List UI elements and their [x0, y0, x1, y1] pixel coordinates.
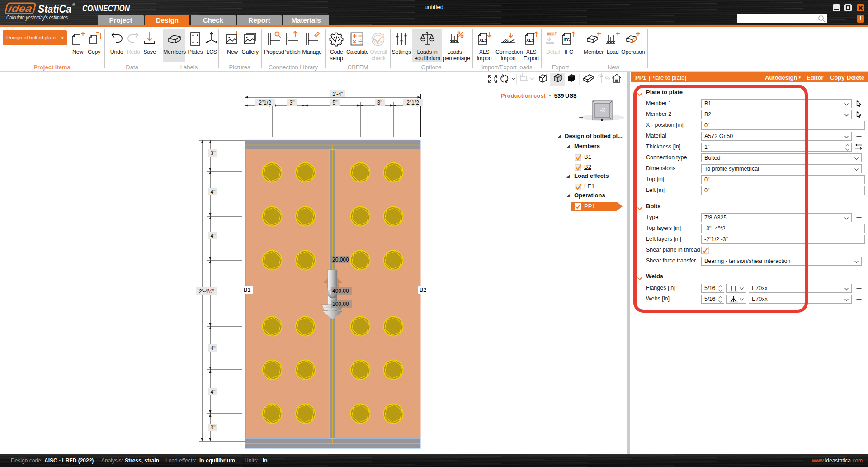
svg-text:2"1/2: 2"1/2: [259, 100, 271, 106]
svg-text:400.00: 400.00: [332, 288, 349, 294]
svg-text:StatiCa: StatiCa: [38, 3, 71, 15]
svg-text:Calculate yesterday's estimate: Calculate yesterday's estimates: [6, 14, 68, 21]
svg-text:2'-4½": 2'-4½": [199, 288, 214, 295]
svg-text:3": 3": [377, 100, 382, 106]
svg-text:CONNECTION: CONNECTION: [82, 3, 130, 13]
svg-text:4": 4": [211, 189, 216, 195]
svg-text:20.000: 20.000: [332, 257, 349, 263]
svg-text:B1: B1: [244, 287, 250, 293]
svg-text:3": 3": [290, 100, 295, 106]
svg-text:3": 3": [211, 424, 216, 431]
svg-text:BETA: BETA: [547, 32, 555, 35]
svg-text:4": 4": [211, 389, 216, 395]
svg-text:XLS: XLS: [526, 38, 534, 43]
svg-text:idea: idea: [7, 3, 33, 14]
svg-text:®: ®: [72, 3, 75, 7]
svg-text:XLS: XLS: [479, 38, 487, 43]
svg-text:3": 3": [211, 150, 216, 157]
svg-text:-X: -X: [600, 107, 605, 114]
svg-text:IFC: IFC: [564, 38, 570, 42]
svg-text:4": 4": [211, 233, 216, 239]
svg-text:B2: B2: [420, 287, 426, 293]
svg-text:2"1/2: 2"1/2: [406, 100, 419, 106]
svg-text:1'-4": 1'-4": [332, 91, 343, 97]
svg-text:4": 4": [211, 345, 216, 352]
svg-text:100.00: 100.00: [332, 301, 349, 307]
svg-text:5": 5": [333, 100, 338, 106]
